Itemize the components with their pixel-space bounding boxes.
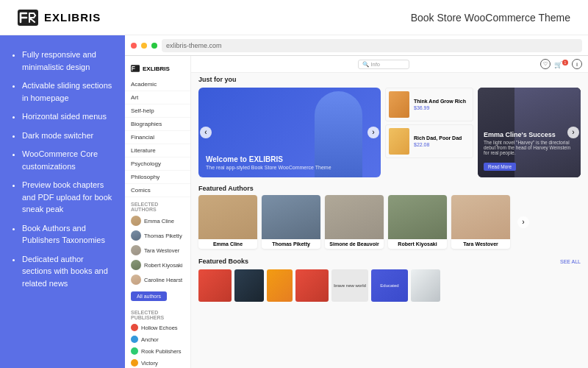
site-main: 🔍 Info ♡ 🛒1 i Just for you ‹ xyxy=(191,56,588,368)
author-name-emma: Emma Cline xyxy=(198,239,257,249)
authors-next-button[interactable]: › xyxy=(517,216,529,228)
site-content: EXLIBRIS Academic Art Self-help Biograph… xyxy=(125,56,588,368)
author-name-simone: Simone de Beauvoir xyxy=(325,239,384,249)
feature-item: Horizontal sided menus xyxy=(22,110,113,123)
featured-authors-header: Featured Authors xyxy=(191,180,588,195)
browser-chrome: exlibris-theme.com xyxy=(125,35,588,56)
nav-item-psychology[interactable]: Psychology xyxy=(125,158,190,171)
author-card-tara[interactable]: Tara Westover xyxy=(451,195,510,249)
nav-item-biographies[interactable]: Biographies xyxy=(125,118,190,131)
site-logo-icon xyxy=(131,65,140,72)
author-name: Robert Kiyosaki xyxy=(144,262,183,269)
nav-item-comics[interactable]: Comics xyxy=(125,184,190,197)
publisher-name: Hollow Echoes xyxy=(141,325,178,331)
author-card-robert[interactable]: Robert Kiyosaki xyxy=(388,195,447,249)
hero-secondary-next-button[interactable]: › xyxy=(567,127,579,138)
author-name-thomas: Thomas Piketty xyxy=(262,239,320,249)
nav-item-selfhelp[interactable]: Self-help xyxy=(125,105,190,118)
hero-next-button[interactable]: › xyxy=(368,127,379,138)
site-logo: EXLIBRIS xyxy=(125,62,190,78)
book-card-brave-new-world[interactable]: brave new world xyxy=(331,269,368,302)
read-more-button[interactable]: Read More xyxy=(484,163,516,171)
author-card-thomas[interactable]: Thomas Piketty xyxy=(262,195,320,249)
header-logo-text: EXLIBRIS xyxy=(44,11,101,24)
selected-publishers-label: SELECTED PUBLISHERS xyxy=(125,305,190,322)
author-name-robert: Robert Kiyosaki xyxy=(388,239,447,249)
featured-books-row: brave new world Educated xyxy=(191,268,588,305)
author-avatar-caroline xyxy=(131,275,141,285)
product-price-1: $36.99 xyxy=(414,105,466,110)
publisher-dot xyxy=(131,336,138,343)
publisher-name: Anchor xyxy=(141,336,159,343)
product-title-2: Rich Dad, Poor Dad xyxy=(414,135,462,141)
nav-item-financial[interactable]: Financial xyxy=(125,131,190,144)
all-authors-button[interactable]: All authors xyxy=(131,291,167,301)
user-icon[interactable]: i xyxy=(572,59,582,69)
author-avatar-tara xyxy=(131,245,141,255)
featured-authors-title: Featured Authors xyxy=(198,185,254,192)
publisher-name: Victory xyxy=(141,360,158,367)
site-top-bar: 🔍 Info ♡ 🛒1 i xyxy=(191,56,588,73)
just-for-you-title: Just for you xyxy=(191,73,588,85)
browser-mockup: exlibris-theme.com EXLIBRIS Academic Art… xyxy=(125,35,588,368)
author-photo-simone xyxy=(325,195,384,239)
cart-icon[interactable]: 🛒1 xyxy=(554,60,568,68)
browser-dot-yellow xyxy=(141,43,147,49)
publisher-dot xyxy=(131,359,138,367)
see-all-link[interactable]: SEE ALL xyxy=(560,259,581,264)
book-card-4[interactable] xyxy=(295,269,329,302)
product-image-1 xyxy=(389,91,409,118)
cart-count: 1 xyxy=(562,60,568,66)
book-card-8[interactable] xyxy=(411,269,440,302)
feature-item: Activable sliding sections in homepage xyxy=(22,79,113,104)
hero-title: Welcome to EXLIBRIS xyxy=(206,155,331,163)
author-photo-emma xyxy=(198,195,257,239)
author-avatar-thomas xyxy=(131,230,141,241)
author-item: Robert Kiyosaki xyxy=(125,258,190,272)
author-name-tara: Tara Westover xyxy=(451,239,510,249)
product-card-2[interactable]: Rich Dad, Poor Dad $22.08 xyxy=(385,124,473,158)
hero-secondary-text: Emma Cline's Success The light novel "Ha… xyxy=(484,131,575,171)
author-card-emma[interactable]: Emma Cline xyxy=(198,195,257,249)
featured-authors-row: Emma Cline Thomas Piketty Simone de Beau… xyxy=(191,195,588,253)
hero-secondary-slide: Emma Cline's Success The light novel "Ha… xyxy=(478,88,581,177)
hero-subtitle: The real app-styled Book Store WooCommer… xyxy=(206,165,331,170)
search-icon: 🔍 xyxy=(362,61,369,68)
author-name: Caroline Hearst xyxy=(144,277,182,283)
publisher-item: Hollow Echoes xyxy=(125,322,190,333)
product-title-1: Think And Grow Rich xyxy=(414,99,466,104)
feature-item: Dark mode switcher xyxy=(22,130,113,142)
hero-section: ‹ Welcome to EXLIBRIS The real app-style… xyxy=(191,85,588,180)
author-name: Emma Cline xyxy=(144,218,174,224)
search-placeholder: Info xyxy=(371,61,381,68)
author-photo-tara xyxy=(451,195,510,239)
exlibris-logo-icon xyxy=(18,10,38,26)
browser-url-bar[interactable]: exlibris-theme.com xyxy=(162,39,582,52)
wishlist-icon[interactable]: ♡ xyxy=(540,59,551,69)
nav-item-philosophy[interactable]: Philosophy xyxy=(125,171,190,184)
publisher-name: Rook Publishers xyxy=(141,348,182,355)
hero-text-block: Welcome to EXLIBRIS The real app-styled … xyxy=(206,155,331,170)
nav-item-literature[interactable]: Literature xyxy=(125,144,190,158)
publisher-item: Victory xyxy=(125,357,190,368)
book-card-educated[interactable]: Educated xyxy=(371,269,408,302)
nav-item-art[interactable]: Art xyxy=(125,91,190,105)
browser-dot-red xyxy=(131,43,137,49)
author-avatar-emma xyxy=(131,216,141,226)
product-card-1[interactable]: Think And Grow Rich $36.99 xyxy=(385,88,473,121)
nav-item-academic[interactable]: Academic xyxy=(125,78,190,91)
hero-secondary-subtitle: The light novel "Harvey" is the director… xyxy=(484,140,575,155)
book-card-3[interactable] xyxy=(267,269,293,302)
site-logo-text: EXLIBRIS xyxy=(143,66,170,72)
header-title: Book Store WooCommerce Theme xyxy=(411,12,570,24)
hero-prev-button[interactable]: ‹ xyxy=(200,127,212,138)
hero-secondary-title: Emma Cline's Success xyxy=(484,131,575,138)
author-card-simone[interactable]: Simone de Beauvoir xyxy=(325,195,384,249)
hero-main-slide: ‹ Welcome to EXLIBRIS The real app-style… xyxy=(198,88,381,177)
author-name: Thomas Piketty xyxy=(144,233,182,239)
site-search-bar[interactable]: 🔍 Info xyxy=(358,60,409,69)
book-card-2[interactable] xyxy=(234,269,264,302)
featured-books-title: Featured Books xyxy=(198,258,248,265)
book-card-1[interactable] xyxy=(198,269,232,302)
product-info-1: Think And Grow Rich $36.99 xyxy=(414,99,466,110)
